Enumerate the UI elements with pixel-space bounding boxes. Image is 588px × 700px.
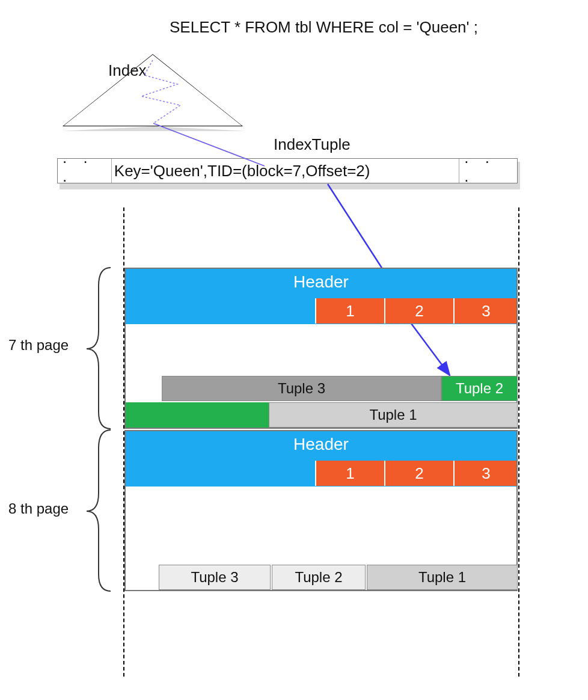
page8-tuple3: Tuple 3 — [159, 565, 271, 590]
index-zigzag — [141, 60, 180, 123]
page7-tuple2: Tuple 2 — [441, 376, 518, 401]
page7-tuple3: Tuple 3 — [162, 376, 441, 401]
page8-label: 8 th page — [8, 500, 69, 517]
page7-label: 7 th page — [8, 337, 69, 354]
heap-right-border — [518, 207, 519, 677]
arrow-tri-to-tuple — [153, 123, 265, 166]
page8-tuple2: Tuple 2 — [272, 565, 366, 590]
page7-brace — [75, 268, 123, 430]
diagram-root: SELECT * FROM tbl WHERE col = 'Queen' ; … — [0, 0, 588, 700]
page7-tuple1: Tuple 1 — [269, 402, 518, 428]
page7-tuple2-continued — [126, 402, 269, 428]
page8-tuple1: Tuple 1 — [367, 565, 518, 590]
page8-brace — [75, 430, 123, 592]
